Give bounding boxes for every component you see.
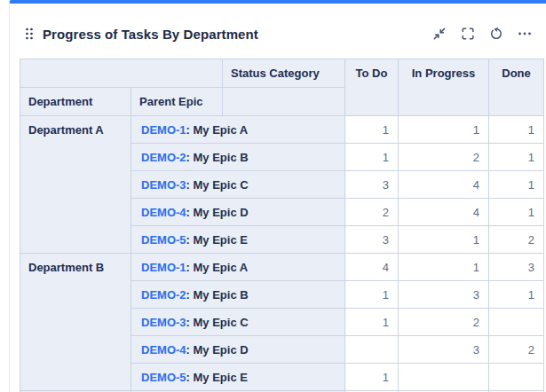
value-cell: 3 bbox=[399, 336, 489, 364]
value-cell: 1 bbox=[489, 199, 544, 226]
value-cell: 1 bbox=[399, 116, 489, 144]
value-cell: 1 bbox=[345, 281, 399, 309]
epic-link[interactable]: DEMO-4 bbox=[141, 206, 186, 219]
value-cell: 3 bbox=[345, 171, 399, 199]
epic-name: : My Epic B bbox=[186, 288, 249, 302]
epic-cell: DEMO-1: My Epic A bbox=[131, 254, 345, 281]
value-cell: 2 bbox=[489, 226, 544, 254]
epic-link[interactable]: DEMO-3 bbox=[141, 178, 186, 192]
status-category-header: Status Category bbox=[223, 59, 345, 88]
epic-name: : My Epic D bbox=[186, 343, 249, 357]
value-cell: 1 bbox=[345, 364, 399, 391]
column-header-todo: To Do bbox=[345, 59, 399, 116]
collapse-button[interactable] bbox=[431, 26, 447, 42]
pivot-table: Status Category To Do In Progress Done D… bbox=[20, 59, 544, 392]
value-cell: 1 bbox=[399, 226, 489, 254]
drag-handle-icon[interactable] bbox=[25, 27, 34, 40]
epic-cell: DEMO-5: My Epic E bbox=[131, 226, 345, 254]
department-header: Department bbox=[20, 88, 131, 116]
epic-link[interactable]: DEMO-1 bbox=[141, 123, 186, 137]
value-cell bbox=[489, 364, 544, 391]
epic-link[interactable]: DEMO-3 bbox=[141, 316, 186, 329]
parent-epic-header: Parent Epic bbox=[131, 88, 223, 116]
pivot-table-wrap: Status Category To Do In Progress Done D… bbox=[20, 59, 546, 392]
value-cell: 3 bbox=[489, 254, 544, 281]
epic-name: : My Epic A bbox=[186, 123, 249, 137]
value-cell bbox=[345, 336, 399, 364]
value-cell bbox=[489, 309, 544, 336]
widget-toolbar bbox=[431, 26, 533, 42]
epic-link[interactable]: DEMO-2 bbox=[141, 288, 186, 302]
epic-cell: DEMO-5: My Epic E bbox=[131, 364, 345, 391]
table-body: Department ADEMO-1: My Epic A111DEMO-2: … bbox=[20, 116, 544, 392]
table-head: Status Category To Do In Progress Done D… bbox=[20, 59, 544, 116]
epic-cell: DEMO-1: My Epic A bbox=[131, 116, 345, 144]
column-header-inprogress: In Progress bbox=[399, 59, 489, 116]
value-cell: 2 bbox=[399, 144, 489, 171]
collapse-icon bbox=[432, 27, 447, 41]
department-cell: Department B bbox=[20, 254, 131, 391]
value-cell: 1 bbox=[489, 144, 544, 171]
value-cell: 1 bbox=[399, 254, 489, 281]
value-cell: 1 bbox=[345, 309, 399, 336]
epic-link[interactable]: DEMO-4 bbox=[141, 343, 186, 357]
epic-cell: DEMO-2: My Epic B bbox=[131, 144, 345, 171]
epic-cell: DEMO-3: My Epic C bbox=[131, 171, 345, 199]
epic-link[interactable]: DEMO-5 bbox=[141, 233, 186, 247]
epic-name: : My Epic E bbox=[186, 371, 248, 384]
epic-name: : My Epic A bbox=[186, 261, 249, 274]
more-options-button[interactable] bbox=[517, 26, 533, 42]
table-row: Department ADEMO-1: My Epic A111 bbox=[20, 116, 544, 144]
refresh-button[interactable] bbox=[488, 26, 504, 42]
refresh-icon bbox=[489, 27, 503, 41]
epic-name: : My Epic C bbox=[186, 178, 249, 192]
fullscreen-icon bbox=[461, 27, 475, 41]
epic-cell: DEMO-3: My Epic C bbox=[131, 309, 345, 336]
epic-name: : My Epic B bbox=[186, 151, 249, 164]
epic-link[interactable]: DEMO-1 bbox=[141, 261, 186, 274]
widget-title: Progress of Tasks By Department bbox=[43, 27, 431, 42]
value-cell: 2 bbox=[489, 336, 544, 364]
value-cell: 1 bbox=[345, 116, 399, 144]
header-row-top: Status Category To Do In Progress Done bbox=[20, 59, 544, 88]
value-cell: 4 bbox=[345, 254, 399, 281]
epic-link[interactable]: DEMO-2 bbox=[141, 151, 186, 164]
table-row: Department BDEMO-1: My Epic A413 bbox=[20, 254, 544, 281]
epic-name: : My Epic D bbox=[186, 206, 249, 219]
epic-link[interactable]: DEMO-5 bbox=[141, 371, 186, 384]
value-cell: 3 bbox=[345, 226, 399, 254]
epic-cell: DEMO-4: My Epic D bbox=[131, 336, 345, 364]
value-cell: 2 bbox=[345, 199, 399, 226]
epic-name: : My Epic C bbox=[186, 316, 249, 329]
value-cell: 1 bbox=[489, 281, 544, 309]
epic-name: : My Epic E bbox=[186, 233, 248, 247]
value-cell bbox=[399, 364, 489, 391]
department-cell: Department A bbox=[20, 116, 131, 254]
empty-header-cell bbox=[223, 88, 345, 116]
corner-cell bbox=[20, 59, 223, 88]
value-cell: 1 bbox=[489, 116, 544, 144]
value-cell: 3 bbox=[399, 281, 489, 309]
widget-header: Progress of Tasks By Department bbox=[10, 4, 546, 55]
value-cell: 2 bbox=[399, 309, 489, 336]
column-header-done: Done bbox=[489, 59, 544, 116]
fullscreen-button[interactable] bbox=[460, 26, 476, 42]
value-cell: 1 bbox=[345, 144, 399, 171]
ellipsis-icon bbox=[517, 27, 533, 41]
epic-cell: DEMO-4: My Epic D bbox=[131, 199, 345, 226]
value-cell: 4 bbox=[399, 199, 489, 226]
epic-cell: DEMO-2: My Epic B bbox=[131, 281, 345, 309]
report-widget-panel: Progress of Tasks By Department bbox=[9, 0, 546, 392]
value-cell: 4 bbox=[399, 171, 489, 199]
value-cell: 1 bbox=[489, 171, 544, 199]
